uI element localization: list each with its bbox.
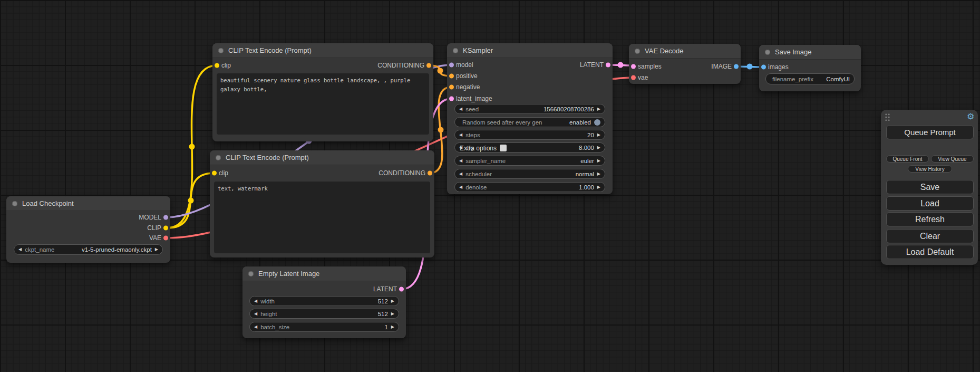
image-port-dot[interactable] (761, 65, 766, 70)
input-port-clip[interactable]: clip (210, 168, 228, 178)
increment-arrow-icon[interactable]: ▶ (391, 312, 394, 316)
conditioning-port-dot[interactable] (449, 85, 454, 90)
increment-arrow-icon[interactable]: ▶ (391, 299, 394, 303)
latent-port-dot[interactable] (449, 97, 454, 101)
node-title-bar[interactable]: Save Image (759, 45, 861, 60)
widget-batch-size[interactable]: ◀ batch_size 1 ▶ (249, 322, 399, 332)
vae-port-dot[interactable] (163, 236, 168, 241)
increment-arrow-icon[interactable]: ▶ (155, 247, 158, 252)
load-default-button[interactable]: Load Default (886, 245, 974, 259)
decrement-arrow-icon[interactable]: ◀ (459, 185, 462, 189)
decrement-arrow-icon[interactable]: ◀ (18, 247, 22, 252)
widget-random-seed[interactable]: Random seed after every gen enabled (454, 117, 605, 127)
node-title-bar[interactable]: Load Checkpoint (6, 196, 170, 211)
decrement-arrow-icon[interactable]: ◀ (254, 299, 257, 303)
node-title-bar[interactable]: Empty Latent Image (242, 266, 406, 281)
widget-seed[interactable]: ◀ seed 156680208700286 ▶ (454, 104, 605, 114)
widget-sampler-name[interactable]: ◀ sampler_name euler ▶ (454, 156, 605, 166)
input-port-vae[interactable]: vae (629, 73, 648, 82)
input-port-images[interactable]: images (759, 62, 789, 72)
widget-ckpt-name[interactable]: ◀ ckpt_name v1-5-pruned-emaonly.ckpt ▶ (14, 244, 163, 255)
widget-denoise[interactable]: ◀ denoise 1.000 ▶ (454, 182, 605, 192)
decrement-arrow-icon[interactable]: ◀ (459, 133, 462, 137)
node-clip-text-encode-positive[interactable]: CLIP Text Encode (Prompt) clip CONDITION… (212, 43, 433, 141)
increment-arrow-icon[interactable]: ▶ (597, 133, 600, 137)
collapse-dot[interactable] (12, 201, 17, 206)
view-queue-button[interactable]: View Queue (931, 155, 974, 163)
conditioning-port-dot[interactable] (449, 74, 454, 79)
input-port-positive[interactable]: positive (447, 71, 478, 81)
latent-port-dot[interactable] (399, 287, 404, 292)
widget-width[interactable]: ◀ width 512 ▶ (249, 296, 399, 306)
widget-height[interactable]: ◀ height 512 ▶ (249, 309, 399, 319)
collapse-dot[interactable] (453, 48, 458, 53)
collapse-dot[interactable] (765, 50, 770, 55)
model-port-dot[interactable] (449, 63, 454, 68)
collapse-dot[interactable] (216, 155, 221, 160)
input-port-samples[interactable]: samples (629, 62, 662, 71)
extra-options-checkbox[interactable] (500, 145, 507, 151)
clip-port-dot[interactable] (212, 171, 217, 176)
decrement-arrow-icon[interactable]: ◀ (459, 172, 462, 176)
input-port-model[interactable]: model (447, 60, 473, 70)
collapse-dot[interactable] (635, 49, 640, 54)
increment-arrow-icon[interactable]: ▶ (597, 172, 600, 176)
decrement-arrow-icon[interactable]: ◀ (459, 159, 462, 163)
output-port-clip[interactable]: CLIP (147, 223, 170, 233)
decrement-arrow-icon[interactable]: ◀ (254, 325, 257, 329)
node-save-image[interactable]: Save Image images filename_prefix ComfyU… (759, 45, 861, 91)
load-button[interactable]: Load (886, 196, 974, 211)
gear-icon[interactable]: ⚙ (967, 111, 974, 121)
panel-drag-handle-icon[interactable] (885, 113, 890, 121)
node-title-bar[interactable]: CLIP Text Encode (Prompt) (212, 43, 433, 58)
prompt-text-input[interactable]: beautiful scenery nature glass bottle la… (217, 73, 429, 135)
node-graph-canvas[interactable]: Load Checkpoint MODEL CLIP VAE ◀ ckpt_na… (0, 0, 980, 372)
widget-steps[interactable]: ◀ steps 20 ▶ (454, 130, 605, 140)
clip-port-dot[interactable] (163, 226, 168, 231)
latent-port-dot[interactable] (631, 64, 636, 69)
prompt-text-input[interactable]: text, watermark (214, 182, 430, 253)
node-title-bar[interactable]: VAE Decode (629, 44, 741, 59)
queue-prompt-button[interactable]: Queue Prompt (886, 125, 974, 139)
widget-scheduler[interactable]: ◀ scheduler normal ▶ (454, 169, 605, 179)
decrement-arrow-icon[interactable]: ◀ (254, 312, 257, 316)
clip-port-dot[interactable] (215, 63, 219, 68)
output-port-vae[interactable]: VAE (149, 233, 170, 243)
widget-filename-prefix[interactable]: filename_prefix ComfyUI (765, 73, 855, 84)
output-port-conditioning[interactable]: CONDITIONING (377, 61, 433, 70)
output-port-latent[interactable]: LATENT (580, 60, 613, 70)
model-port-dot[interactable] (163, 215, 168, 220)
node-title-bar[interactable]: KSampler (447, 43, 613, 58)
decrement-arrow-icon[interactable]: ◀ (459, 107, 462, 111)
node-vae-decode[interactable]: VAE Decode samples vae IMAGE (629, 44, 741, 84)
image-port-dot[interactable] (734, 64, 739, 69)
increment-arrow-icon[interactable]: ▶ (597, 185, 600, 189)
conditioning-port-dot[interactable] (426, 63, 431, 68)
latent-port-dot[interactable] (606, 63, 610, 68)
increment-arrow-icon[interactable]: ▶ (597, 107, 600, 111)
node-title-bar[interactable]: CLIP Text Encode (Prompt) (210, 150, 434, 165)
output-port-latent[interactable]: LATENT (373, 284, 406, 294)
vae-port-dot[interactable] (631, 75, 636, 80)
input-port-latent-image[interactable]: latent_image (447, 94, 492, 103)
collapse-dot[interactable] (248, 271, 254, 276)
input-port-clip[interactable]: clip (212, 61, 231, 70)
conditioning-port-dot[interactable] (428, 171, 432, 176)
clear-button[interactable]: Clear (886, 229, 974, 243)
toggle-circle[interactable] (594, 119, 600, 126)
node-clip-text-encode-negative[interactable]: CLIP Text Encode (Prompt) clip CONDITION… (210, 150, 434, 257)
node-empty-latent-image[interactable]: Empty Latent Image LATENT ◀ width 512 ▶ … (242, 266, 406, 338)
output-port-model[interactable]: MODEL (139, 213, 170, 222)
queue-front-button[interactable]: Queue Front (886, 155, 929, 163)
node-load-checkpoint[interactable]: Load Checkpoint MODEL CLIP VAE ◀ ckpt_na… (6, 196, 170, 263)
node-ksampler[interactable]: KSampler model positive negative latent_… (447, 43, 613, 194)
increment-arrow-icon[interactable]: ▶ (391, 325, 394, 329)
output-port-image[interactable]: IMAGE (711, 62, 741, 71)
refresh-button[interactable]: Refresh (886, 212, 974, 226)
output-port-conditioning[interactable]: CONDITIONING (379, 168, 434, 178)
increment-arrow-icon[interactable]: ▶ (597, 159, 600, 163)
save-button[interactable]: Save (886, 180, 974, 194)
view-history-button[interactable]: View History (908, 165, 952, 173)
collapse-dot[interactable] (218, 48, 224, 53)
input-port-negative[interactable]: negative (447, 82, 480, 92)
